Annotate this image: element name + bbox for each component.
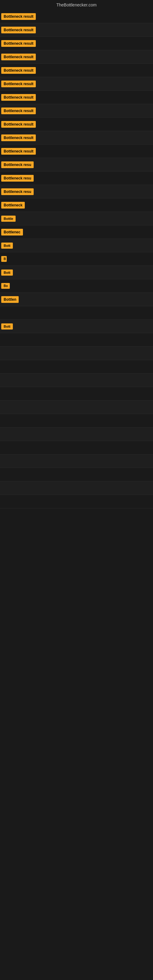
list-item: Bottleneck result [0, 145, 153, 158]
list-item: Bottlen [0, 293, 153, 306]
bottleneck-result-badge[interactable]: Bottleneck resu [1, 161, 33, 168]
list-item [0, 428, 153, 441]
bottleneck-result-badge[interactable]: Bott [1, 243, 13, 249]
list-item [0, 468, 153, 481]
list-item [0, 360, 153, 374]
site-title: TheBottlenecker.com [0, 0, 153, 10]
list-item: Bottleneck result [0, 37, 153, 50]
list-item: Bott [0, 320, 153, 333]
list-item: Bottleneck result [0, 118, 153, 131]
bottleneck-result-badge[interactable]: Bottleneck result [1, 40, 36, 47]
list-item: Bottleneck resu [0, 158, 153, 172]
bottleneck-result-badge[interactable]: Bottleneck result [1, 81, 36, 87]
list-item [0, 374, 153, 387]
list-item [0, 495, 153, 508]
list-item [0, 401, 153, 414]
bottleneck-result-badge[interactable]: Bottleneck result [1, 134, 36, 141]
bottleneck-result-badge[interactable]: Bottle [1, 216, 16, 222]
list-item: Bottleneck result [0, 131, 153, 145]
list-item [0, 441, 153, 455]
bottleneck-result-badge[interactable]: Bottleneck result [1, 121, 36, 128]
list-item: Bottleneck resu [0, 172, 153, 185]
bottleneck-result-badge[interactable]: B [1, 256, 7, 262]
list-item: Bottlenec [0, 225, 153, 239]
bottleneck-result-badge[interactable]: Bottleneck [1, 202, 25, 208]
list-item: Bottleneck result [0, 23, 153, 37]
bottleneck-result-badge[interactable]: Bottleneck result [1, 13, 36, 20]
bottleneck-result-badge[interactable]: Bott [1, 323, 13, 329]
list-item [0, 414, 153, 428]
bottleneck-result-badge[interactable]: Bottleneck result [1, 67, 36, 74]
list-item: Bott [0, 266, 153, 279]
list-item: Bottleneck result [0, 50, 153, 64]
list-item: Bottleneck result [0, 91, 153, 104]
list-item [0, 347, 153, 360]
bottleneck-result-badge[interactable]: Bottlen [1, 296, 19, 303]
bottleneck-result-badge[interactable]: Bottleneck resu [1, 188, 33, 195]
list-item: Bottleneck resu [0, 185, 153, 199]
bottleneck-result-badge[interactable]: Bottleneck result [1, 94, 36, 101]
list-item [0, 333, 153, 347]
list-item [0, 481, 153, 495]
list-item: B [0, 252, 153, 266]
bottleneck-result-badge[interactable]: Bottleneck result [1, 148, 36, 155]
list-item [0, 306, 153, 320]
bottleneck-result-badge[interactable]: Bo [1, 283, 10, 289]
list-item [0, 455, 153, 468]
list-item: Bottleneck [0, 199, 153, 212]
list-item: Bottle [0, 212, 153, 225]
list-item: Bottleneck result [0, 10, 153, 23]
list-item: Bottleneck result [0, 104, 153, 118]
list-item [0, 387, 153, 401]
list-item: Bottleneck result [0, 77, 153, 91]
bottleneck-result-badge[interactable]: Bottleneck result [1, 54, 36, 60]
list-item: Bo [0, 279, 153, 293]
list-item: Bott [0, 239, 153, 252]
list-item: Bottleneck result [0, 64, 153, 77]
bottleneck-result-badge[interactable]: Bottleneck result [1, 108, 36, 114]
bottleneck-result-badge[interactable]: Bottleneck resu [1, 175, 33, 181]
bottleneck-result-badge[interactable]: Bott [1, 269, 13, 275]
bottleneck-result-badge[interactable]: Bottlenec [1, 229, 23, 235]
bottleneck-result-badge[interactable]: Bottleneck result [1, 27, 36, 33]
